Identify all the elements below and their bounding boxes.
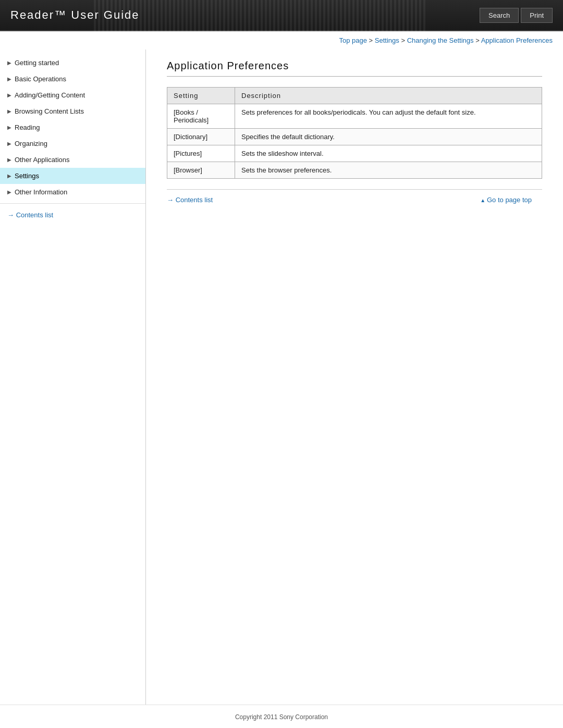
header-buttons: Search Print: [480, 8, 553, 23]
breadcrumb-settings[interactable]: Settings: [375, 36, 399, 44]
goto-top-link[interactable]: Go to page top: [480, 196, 532, 204]
sidebar-item-label: Other Applications: [15, 156, 70, 164]
table-row: [Dictionary]Specifies the default dictio…: [167, 129, 542, 145]
sidebar-item-settings[interactable]: ▶Settings: [0, 168, 145, 184]
col-description: Description: [235, 88, 542, 104]
sidebar-item-label: Organizing: [15, 140, 47, 147]
search-button[interactable]: Search: [480, 8, 519, 23]
breadcrumb-current[interactable]: Application Preferences: [481, 36, 553, 44]
setting-cell: [Pictures]: [167, 145, 235, 162]
sidebar-item-label: Adding/Getting Content: [15, 91, 85, 99]
sidebar-item-organizing[interactable]: ▶Organizing: [0, 135, 145, 152]
breadcrumb-top[interactable]: Top page: [339, 36, 367, 44]
sidebar-item-label: Browsing Content Lists: [15, 107, 84, 115]
sidebar-item-label: Reading: [15, 124, 40, 131]
preferences-table: Setting Description [Books / Periodicals…: [167, 87, 542, 179]
sidebar-item-other-information[interactable]: ▶Other Information: [0, 184, 145, 200]
breadcrumb-changing[interactable]: Changing the Settings: [407, 36, 474, 44]
description-cell: Sets the browser preferences.: [235, 162, 542, 179]
footer-links: Contents list Go to page top: [167, 189, 542, 210]
sidebar-item-label: Getting started: [15, 59, 59, 67]
table-row: [Pictures]Sets the slideshow interval.: [167, 145, 542, 162]
arrow-icon: ▶: [7, 76, 11, 82]
arrow-icon: ▶: [7, 189, 11, 195]
arrow-icon: ▶: [7, 92, 11, 98]
contents-list-link[interactable]: → Contents list: [7, 211, 53, 219]
breadcrumb-sep1: >: [369, 36, 375, 44]
sidebar-item-label: Basic Operations: [15, 75, 66, 83]
footer-contents-link[interactable]: Contents list: [167, 196, 213, 204]
arrow-icon: ▶: [7, 125, 11, 130]
setting-cell: [Browser]: [167, 162, 235, 179]
table-row: [Books / Periodicals]Sets preferences fo…: [167, 104, 542, 129]
arrow-icon: ▶: [7, 141, 11, 146]
sidebar-item-label: Other Information: [15, 188, 67, 196]
sidebar-item-adding-content[interactable]: ▶Adding/Getting Content: [0, 87, 145, 103]
table-row: [Browser]Sets the browser preferences.: [167, 162, 542, 179]
sidebar-item-basic-operations[interactable]: ▶Basic Operations: [0, 71, 145, 87]
breadcrumb: Top page > Settings > Changing the Setti…: [0, 31, 563, 50]
page-title: Application Preferences: [167, 60, 542, 77]
app-title: Reader™ User Guide: [10, 8, 140, 22]
sidebar-item-label: Settings: [15, 172, 39, 180]
arrow-icon: ▶: [7, 108, 11, 114]
sidebar-item-getting-started[interactable]: ▶Getting started: [0, 55, 145, 71]
arrow-icon: ▶: [7, 60, 11, 66]
description-cell: Sets preferences for all books/periodica…: [235, 104, 542, 129]
content-area: Application Preferences Setting Descript…: [146, 50, 563, 705]
sidebar-item-reading[interactable]: ▶Reading: [0, 119, 145, 135]
sidebar-item-browsing-content[interactable]: ▶Browsing Content Lists: [0, 103, 145, 119]
sidebar-item-other-applications[interactable]: ▶Other Applications: [0, 152, 145, 168]
arrow-icon: ▶: [7, 157, 11, 163]
description-cell: Specifies the default dictionary.: [235, 129, 542, 145]
page-footer: Copyright 2011 Sony Corporation: [0, 705, 563, 728]
main-layout: ▶Getting started▶Basic Operations▶Adding…: [0, 50, 563, 705]
header-decoration: for(let i=0;i<80;i++) document.write('<d…: [94, 0, 480, 31]
breadcrumb-sep2: >: [401, 36, 407, 44]
setting-cell: [Dictionary]: [167, 129, 235, 145]
breadcrumb-sep3: >: [475, 36, 481, 44]
print-button[interactable]: Print: [521, 8, 553, 23]
copyright: Copyright 2011 Sony Corporation: [235, 713, 328, 721]
sidebar: ▶Getting started▶Basic Operations▶Adding…: [0, 50, 146, 705]
description-cell: Sets the slideshow interval.: [235, 145, 542, 162]
col-setting: Setting: [167, 88, 235, 104]
setting-cell: [Books / Periodicals]: [167, 104, 235, 129]
header: for(let i=0;i<80;i++) document.write('<d…: [0, 0, 563, 31]
arrow-icon: ▶: [7, 173, 11, 179]
sidebar-divider: [0, 203, 145, 204]
